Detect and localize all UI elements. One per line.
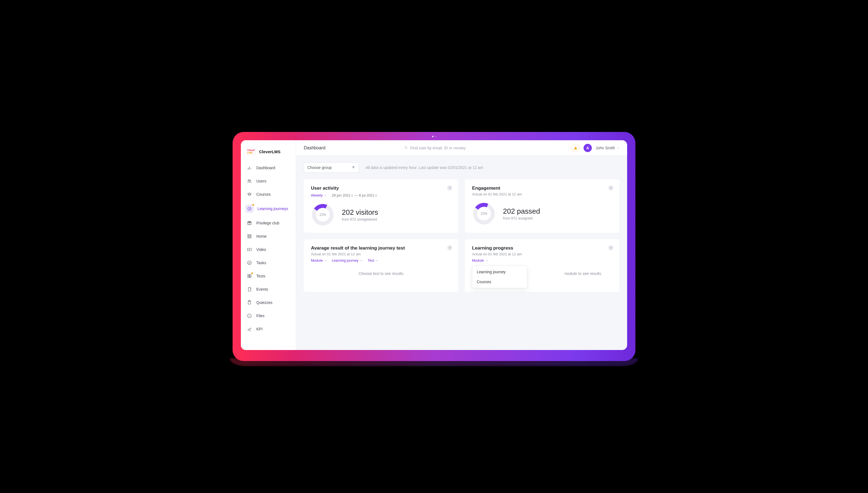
brand: Clever LMS CleverLMS [241,144,296,161]
chevron-down-icon [617,147,619,149]
card-title: Learning progress [472,245,612,251]
update-info: All data is updated every hour. Last upd… [365,165,483,170]
sidebar-item-label: Video [256,247,266,252]
svg-rect-11 [248,274,249,276]
sidebar-item-label: Cources [256,192,271,196]
group-select-label: Choose group [307,165,332,170]
svg-rect-5 [248,235,249,236]
svg-rect-8 [250,237,251,238]
filter-test[interactable]: Test [368,258,379,262]
dropdown-item-learning-journey[interactable]: Learning journey [472,267,527,277]
gift-icon [246,220,252,226]
search-icon [404,146,408,150]
sidebar-item-dashboard[interactable]: Dashboard [241,161,296,174]
filter-module[interactable]: Module [311,258,327,262]
svg-rect-14 [250,276,251,278]
date-range: 29 jun 2021 г. — 6 jul 2021 г. [332,193,377,197]
graduation-icon [246,191,252,197]
notification-dot [252,204,254,206]
period-select[interactable]: Weekly [311,193,327,197]
filter-module[interactable]: Module [472,258,488,262]
play-icon [246,246,252,253]
card-title: User activity [311,186,451,191]
svg-rect-7 [248,237,249,238]
trend-icon [246,326,252,332]
metric-sub: from 872 unregistered [342,217,378,221]
sidebar-item-tasks[interactable]: Tasks [241,256,296,270]
search[interactable] [404,146,492,150]
info-icon [246,313,252,319]
sidebar-item-tests[interactable]: Tests [241,270,296,283]
users-icon [246,178,252,184]
sidebar-item-cources[interactable]: Cources [241,188,296,201]
search-input[interactable] [410,146,492,150]
content: Choose group All data is updated every h… [296,156,627,350]
chevron-down-icon [376,259,378,262]
sidebar-item-label: Users [256,179,267,183]
warning-icon [574,146,577,150]
svg-point-0 [248,180,249,181]
squares-icon [246,273,252,279]
nav: Dashboard Users Cources Learning journey… [241,161,296,336]
donut-chart: 22% [472,202,496,226]
dropdown-menu: Learning journey Cources [472,265,527,288]
sidebar-item-label: Events [256,287,268,292]
page-title: Dashboard [304,146,325,150]
sidebar-item-home[interactable]: Home [241,230,296,243]
sidebar-item-label: Files [256,314,265,318]
sidebar-item-privilege-club[interactable]: Privilege club [241,216,296,230]
sidebar-item-events[interactable]: Events [241,283,296,296]
sidebar-item-label: Dashboard [256,166,275,170]
help-icon[interactable]: ? [608,186,613,191]
sidebar-item-label: Quiezzes [256,300,272,305]
help-icon[interactable]: ? [447,186,452,191]
notification-dot [251,273,253,274]
arrow-loop-icon [245,205,253,213]
grid-icon [246,233,252,239]
sidebar-item-kpi[interactable]: KPI [241,322,296,336]
filter-journey[interactable]: Learning journey [332,258,363,262]
donut-percent: 22% [481,212,487,216]
dropdown-item-cources[interactable]: Cources [472,277,527,287]
card-average-result: ? Avarage result of the learning journey… [304,239,458,292]
svg-point-10 [247,261,251,265]
card-user-activity: ? User activity Weekly 29 jun 2021 г. — … [304,179,458,233]
document-icon [246,286,252,292]
avatar[interactable]: A [583,144,592,152]
check-circle-icon [246,260,252,266]
sidebar: Clever LMS CleverLMS Dashboard Users [241,140,296,350]
brand-name: CleverLMS [259,149,281,154]
card-title: Engagement [472,186,612,191]
sidebar-item-quiezzes[interactable]: Quiezzes [241,296,296,309]
card-subtitle: Actual on 01 feb 2021 at 12 am [311,252,451,256]
card-learning-progress: ? Learning progress Actual on 01 feb 202… [465,239,619,292]
sidebar-item-learning-journeys[interactable]: Learning journeys [241,201,296,216]
filter-icon [352,166,355,170]
chevron-down-icon [324,194,327,197]
sidebar-item-files[interactable]: Files [241,309,296,322]
metric-sub: from 872 assigned [503,216,540,220]
svg-rect-13 [248,276,249,278]
card-title: Avarage result of the learning journey t… [311,245,451,251]
sidebar-item-users[interactable]: Users [241,174,296,188]
svg-point-18 [405,147,407,149]
bar-chart-icon [246,165,252,171]
sidebar-item-label: Tests [256,274,265,278]
alert-badge[interactable] [572,144,580,152]
brand-logo: Clever LMS [246,147,256,156]
sidebar-item-label: Tasks [256,261,266,265]
sidebar-item-label: Privilege club [256,221,279,225]
svg-rect-6 [250,235,251,236]
user-menu[interactable]: John Smith [596,146,619,150]
metric-value: 202 visitors [342,208,378,217]
sidebar-item-video[interactable]: Video [241,243,296,256]
user-name-label: John Smith [596,146,615,150]
empty-state: Choose test to see results [311,262,451,281]
help-icon[interactable]: ? [447,245,452,250]
chevron-down-icon [360,259,363,262]
main: Dashboard A John Smith [296,140,627,350]
group-select[interactable]: Choose group [304,162,359,173]
help-icon[interactable]: ? [608,245,613,250]
sidebar-item-label: Home [256,234,267,238]
chevron-down-icon [485,259,488,262]
